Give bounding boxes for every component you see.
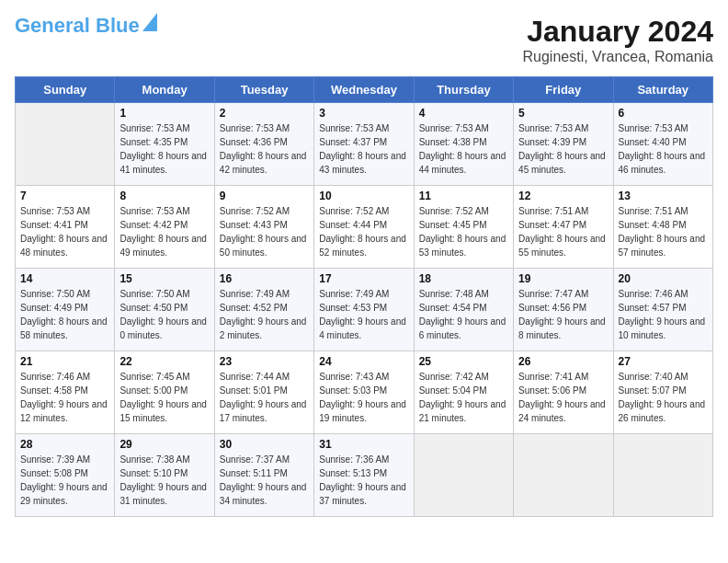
day-number: 20 — [619, 272, 708, 285]
calendar-header: SundayMondayTuesdayWednesdayThursdayFrid… — [16, 77, 713, 103]
day-info: Sunrise: 7:53 AMSunset: 4:40 PMDaylight:… — [619, 121, 708, 177]
calendar-cell: 4Sunrise: 7:53 AMSunset: 4:38 PMDaylight… — [414, 103, 513, 186]
day-number: 26 — [518, 355, 608, 368]
calendar-cell: 20Sunrise: 7:46 AMSunset: 4:57 PMDayligh… — [613, 269, 712, 351]
logo-blue: Blue — [96, 14, 140, 37]
day-number: 1 — [119, 107, 209, 120]
calendar-cell: 25Sunrise: 7:42 AMSunset: 5:04 PMDayligh… — [414, 351, 513, 434]
calendar-cell: 1Sunrise: 7:53 AMSunset: 4:35 PMDaylight… — [115, 103, 214, 186]
day-info: Sunrise: 7:39 AMSunset: 5:08 PMDaylight:… — [20, 453, 109, 508]
day-number: 31 — [319, 438, 408, 451]
logo-text: General Blue — [15, 15, 140, 37]
day-info: Sunrise: 7:48 AMSunset: 4:54 PMDaylight:… — [419, 287, 508, 342]
day-info: Sunrise: 7:46 AMSunset: 4:58 PMDaylight:… — [20, 370, 109, 425]
logo-general: General — [15, 14, 90, 37]
calendar-cell: 30Sunrise: 7:37 AMSunset: 5:11 PMDayligh… — [214, 434, 313, 517]
calendar-cell: 10Sunrise: 7:52 AMSunset: 4:44 PMDayligh… — [314, 186, 414, 269]
calendar-cell: 13Sunrise: 7:51 AMSunset: 4:48 PMDayligh… — [613, 186, 712, 269]
calendar-cell — [16, 103, 115, 186]
day-info: Sunrise: 7:49 AMSunset: 4:52 PMDaylight:… — [220, 287, 309, 342]
day-number: 4 — [419, 107, 508, 120]
day-number: 14 — [20, 272, 109, 285]
calendar-cell: 15Sunrise: 7:50 AMSunset: 4:50 PMDayligh… — [115, 269, 214, 351]
day-number: 7 — [20, 190, 109, 202]
location-subtitle: Ruginesti, Vrancea, Romania — [522, 49, 713, 65]
day-number: 24 — [319, 355, 408, 368]
calendar-week-1: 1Sunrise: 7:53 AMSunset: 4:35 PMDaylight… — [16, 103, 713, 186]
page-header: General Blue January 2024 Ruginesti, Vra… — [15, 15, 713, 65]
day-number: 15 — [119, 272, 209, 285]
calendar-cell: 3Sunrise: 7:53 AMSunset: 4:37 PMDaylight… — [314, 103, 414, 186]
header-day-saturday: Saturday — [613, 77, 712, 103]
day-info: Sunrise: 7:45 AMSunset: 5:00 PMDaylight:… — [119, 370, 209, 425]
day-info: Sunrise: 7:40 AMSunset: 5:07 PMDaylight:… — [619, 370, 708, 425]
svg-marker-0 — [142, 13, 157, 31]
header-day-thursday: Thursday — [414, 77, 513, 103]
day-number: 18 — [419, 272, 508, 285]
day-number: 10 — [319, 190, 408, 202]
calendar-cell: 18Sunrise: 7:48 AMSunset: 4:54 PMDayligh… — [414, 269, 513, 351]
calendar-cell: 19Sunrise: 7:47 AMSunset: 4:56 PMDayligh… — [514, 269, 613, 351]
calendar-table: SundayMondayTuesdayWednesdayThursdayFrid… — [15, 76, 713, 517]
day-info: Sunrise: 7:46 AMSunset: 4:57 PMDaylight:… — [619, 287, 708, 342]
day-number: 30 — [220, 438, 309, 451]
calendar-cell: 9Sunrise: 7:52 AMSunset: 4:43 PMDaylight… — [214, 186, 313, 269]
month-year-title: January 2024 — [522, 15, 713, 49]
day-info: Sunrise: 7:53 AMSunset: 4:37 PMDaylight:… — [319, 121, 408, 177]
day-info: Sunrise: 7:52 AMSunset: 4:44 PMDaylight:… — [319, 204, 408, 259]
calendar-cell: 2Sunrise: 7:53 AMSunset: 4:36 PMDaylight… — [214, 103, 313, 186]
day-info: Sunrise: 7:37 AMSunset: 5:11 PMDaylight:… — [220, 453, 309, 508]
calendar-cell: 27Sunrise: 7:40 AMSunset: 5:07 PMDayligh… — [613, 351, 712, 434]
calendar-cell: 31Sunrise: 7:36 AMSunset: 5:13 PMDayligh… — [314, 434, 414, 517]
day-number: 23 — [220, 355, 309, 368]
calendar-week-2: 7Sunrise: 7:53 AMSunset: 4:41 PMDaylight… — [16, 186, 713, 269]
calendar-cell: 16Sunrise: 7:49 AMSunset: 4:52 PMDayligh… — [214, 269, 313, 351]
calendar-week-4: 21Sunrise: 7:46 AMSunset: 4:58 PMDayligh… — [16, 351, 713, 434]
day-info: Sunrise: 7:36 AMSunset: 5:13 PMDaylight:… — [319, 453, 408, 508]
day-info: Sunrise: 7:53 AMSunset: 4:42 PMDaylight:… — [119, 204, 209, 259]
day-number: 22 — [119, 355, 209, 368]
calendar-cell: 17Sunrise: 7:49 AMSunset: 4:53 PMDayligh… — [314, 269, 414, 351]
header-day-friday: Friday — [514, 77, 613, 103]
day-info: Sunrise: 7:49 AMSunset: 4:53 PMDaylight:… — [319, 287, 408, 342]
day-info: Sunrise: 7:47 AMSunset: 4:56 PMDaylight:… — [518, 287, 608, 342]
header-day-tuesday: Tuesday — [214, 77, 313, 103]
day-number: 11 — [419, 190, 508, 202]
day-info: Sunrise: 7:41 AMSunset: 5:06 PMDaylight:… — [518, 370, 608, 425]
calendar-cell: 24Sunrise: 7:43 AMSunset: 5:03 PMDayligh… — [314, 351, 414, 434]
calendar-cell: 5Sunrise: 7:53 AMSunset: 4:39 PMDaylight… — [514, 103, 613, 186]
calendar-cell: 29Sunrise: 7:38 AMSunset: 5:10 PMDayligh… — [115, 434, 214, 517]
day-number: 12 — [518, 190, 608, 202]
header-row: SundayMondayTuesdayWednesdayThursdayFrid… — [16, 77, 713, 103]
day-info: Sunrise: 7:52 AMSunset: 4:43 PMDaylight:… — [220, 204, 309, 259]
day-info: Sunrise: 7:53 AMSunset: 4:39 PMDaylight:… — [518, 121, 608, 177]
day-info: Sunrise: 7:53 AMSunset: 4:36 PMDaylight:… — [220, 121, 309, 177]
day-number: 21 — [20, 355, 109, 368]
day-info: Sunrise: 7:38 AMSunset: 5:10 PMDaylight:… — [119, 453, 209, 508]
logo: General Blue — [15, 15, 157, 37]
title-block: January 2024 Ruginesti, Vrancea, Romania — [522, 15, 713, 65]
calendar-cell: 21Sunrise: 7:46 AMSunset: 4:58 PMDayligh… — [16, 351, 115, 434]
day-number: 8 — [119, 190, 209, 202]
calendar-cell — [514, 434, 613, 517]
calendar-body: 1Sunrise: 7:53 AMSunset: 4:35 PMDaylight… — [16, 103, 713, 517]
calendar-cell: 28Sunrise: 7:39 AMSunset: 5:08 PMDayligh… — [16, 434, 115, 517]
day-number: 6 — [619, 107, 708, 120]
calendar-cell: 8Sunrise: 7:53 AMSunset: 4:42 PMDaylight… — [115, 186, 214, 269]
day-info: Sunrise: 7:53 AMSunset: 4:38 PMDaylight:… — [419, 121, 508, 177]
day-number: 29 — [119, 438, 209, 451]
calendar-cell: 22Sunrise: 7:45 AMSunset: 5:00 PMDayligh… — [115, 351, 214, 434]
day-info: Sunrise: 7:43 AMSunset: 5:03 PMDaylight:… — [319, 370, 408, 425]
day-number: 17 — [319, 272, 408, 285]
day-number: 28 — [20, 438, 109, 451]
calendar-cell: 6Sunrise: 7:53 AMSunset: 4:40 PMDaylight… — [613, 103, 712, 186]
day-number: 27 — [619, 355, 708, 368]
day-info: Sunrise: 7:51 AMSunset: 4:47 PMDaylight:… — [518, 204, 608, 259]
day-number: 2 — [220, 107, 309, 120]
day-info: Sunrise: 7:42 AMSunset: 5:04 PMDaylight:… — [419, 370, 508, 425]
calendar-cell — [613, 434, 712, 517]
day-info: Sunrise: 7:50 AMSunset: 4:49 PMDaylight:… — [20, 287, 109, 342]
logo-triangle-icon — [142, 13, 157, 35]
calendar-cell: 7Sunrise: 7:53 AMSunset: 4:41 PMDaylight… — [16, 186, 115, 269]
day-number: 5 — [518, 107, 608, 120]
